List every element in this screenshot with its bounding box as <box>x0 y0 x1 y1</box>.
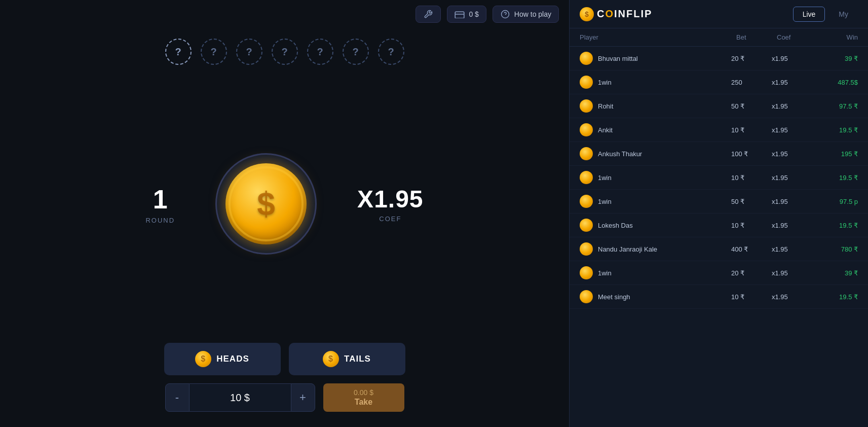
amount-display[interactable]: 10 $ <box>190 383 291 412</box>
coef-cell: x1.95 <box>772 269 812 277</box>
coin-container: $ <box>215 153 317 255</box>
bet-cell: 10 ₹ <box>731 222 772 229</box>
minus-icon: - <box>175 391 179 404</box>
win-cell: 97.5 р <box>812 198 858 205</box>
logo-coin-icon: $ <box>580 7 594 21</box>
win-cell: 19.5 ₹ <box>812 126 858 134</box>
bet-buttons: $ HEADS $ TAILS <box>0 343 569 375</box>
coef-cell: x1.95 <box>772 126 812 134</box>
player-cell: Nandu Janraoji Kale <box>580 242 731 256</box>
col-win: Win <box>817 33 858 41</box>
player-avatar <box>580 147 593 160</box>
round-dots: ? ? ? ? ? ? ? <box>0 39 569 65</box>
col-coef: Coef <box>777 33 817 41</box>
player-name: Lokesh Das <box>598 222 633 229</box>
coef-cell: x1.95 <box>772 55 812 62</box>
tab-my[interactable]: My <box>829 7 858 22</box>
table-row: Bhuvan mittal 20 ₹ x1.95 39 ₹ <box>570 47 868 70</box>
col-bet: Bet <box>736 33 777 41</box>
round-dot-7: ? <box>378 39 404 65</box>
coin: $ <box>225 163 307 244</box>
player-cell: 1win <box>580 195 731 208</box>
balance-label: 0 $ <box>469 10 478 18</box>
round-dot-2: ? <box>201 39 227 65</box>
player-avatar <box>580 99 593 113</box>
round-dot-4: ? <box>272 39 298 65</box>
player-name: Meet singh <box>598 293 630 301</box>
win-cell: 19.5 ₹ <box>812 293 858 301</box>
wallet-icon <box>455 9 465 19</box>
coef-cell: x1.95 <box>772 174 812 182</box>
sidebar-header: $ COINFLIP Live My <box>570 0 868 28</box>
col-player: Player <box>580 33 736 41</box>
player-avatar <box>580 290 593 303</box>
take-button[interactable]: 0.00 $ Take <box>323 383 404 412</box>
player-cell: Ankit <box>580 123 731 136</box>
heads-label: HEADS <box>216 354 249 364</box>
table-row: Lokesh Das 10 ₹ x1.95 19.5 ₹ <box>570 214 868 237</box>
svg-rect-0 <box>456 12 465 18</box>
table-row: 1win 50 ₹ x1.95 97.5 р <box>570 190 868 214</box>
table-row: Ankush Thakur 100 ₹ x1.95 195 ₹ <box>570 142 868 166</box>
player-cell: 1win <box>580 266 731 279</box>
round-number: 1 <box>145 184 175 215</box>
table-row: Meet singh 10 ₹ x1.95 19.5 ₹ <box>570 285 868 309</box>
tab-live[interactable]: Live <box>793 7 825 22</box>
bet-cell: 20 ₹ <box>731 55 772 62</box>
how-to-play-button[interactable]: How to play <box>493 6 559 23</box>
header-tabs: Live My <box>793 7 858 22</box>
logo-text: COINFLIP <box>597 8 652 20</box>
player-avatar <box>580 195 593 208</box>
table-row: Nandu Janraoji Kale 400 ₹ x1.95 780 ₹ <box>570 237 868 261</box>
player-avatar <box>580 52 593 65</box>
player-avatar <box>580 123 593 136</box>
bet-cell: 10 ₹ <box>731 174 772 182</box>
player-avatar <box>580 266 593 279</box>
win-cell: 39 ₹ <box>812 269 858 277</box>
player-cell: Meet singh <box>580 290 731 303</box>
coef-cell: x1.95 <box>772 222 812 229</box>
settings-icon <box>423 9 433 19</box>
win-cell: 19.5 ₹ <box>812 174 858 182</box>
player-cell: 1win <box>580 171 731 184</box>
coef-value: X1.95 <box>357 185 423 213</box>
coef-cell: x1.95 <box>772 245 812 253</box>
plus-icon: + <box>299 391 306 404</box>
bet-cell: 250 <box>731 79 772 86</box>
round-label: ROUND <box>145 217 175 224</box>
round-dot-5: ? <box>307 39 333 65</box>
tails-button[interactable]: $ TAILS <box>289 343 405 375</box>
win-cell: 487.5$ <box>812 79 858 86</box>
player-name: 1win <box>598 79 612 86</box>
table-row: 1win 10 ₹ x1.95 19.5 ₹ <box>570 166 868 190</box>
coef-cell: x1.95 <box>772 293 812 301</box>
player-name: 1win <box>598 174 612 182</box>
player-avatar <box>580 242 593 256</box>
tails-coin-icon: $ <box>323 351 339 367</box>
settings-button[interactable] <box>416 6 441 23</box>
win-cell: 97.5 ₹ <box>812 102 858 110</box>
top-bar: 0 $ How to play <box>0 0 569 28</box>
bet-cell: 400 ₹ <box>731 245 772 253</box>
bet-cell: 100 ₹ <box>731 150 772 158</box>
round-dot-3: ? <box>236 39 262 65</box>
coef-info: X1.95 COEF <box>357 185 423 223</box>
player-avatar <box>580 219 593 232</box>
player-name: Bhuvan mittal <box>598 55 638 62</box>
win-cell: 39 ₹ <box>812 55 858 62</box>
bet-cell: 50 ₹ <box>731 198 772 205</box>
wallet-button[interactable]: 0 $ <box>447 6 486 23</box>
decrease-button[interactable]: - <box>165 383 190 412</box>
coef-cell: x1.95 <box>772 150 812 158</box>
game-center: 1 ROUND $ X1.95 COEF <box>0 80 569 328</box>
win-cell: 780 ₹ <box>812 245 858 253</box>
win-cell: 195 ₹ <box>812 150 858 158</box>
help-icon <box>500 9 510 19</box>
table-row: 1win 20 ₹ x1.95 39 ₹ <box>570 261 868 285</box>
player-avatar <box>580 76 593 89</box>
heads-button[interactable]: $ HEADS <box>164 343 281 375</box>
player-name: Nandu Janraoji Kale <box>598 245 657 253</box>
round-dot-6: ? <box>343 39 369 65</box>
increase-button[interactable]: + <box>291 383 315 412</box>
round-dot-1: ? <box>165 39 192 65</box>
